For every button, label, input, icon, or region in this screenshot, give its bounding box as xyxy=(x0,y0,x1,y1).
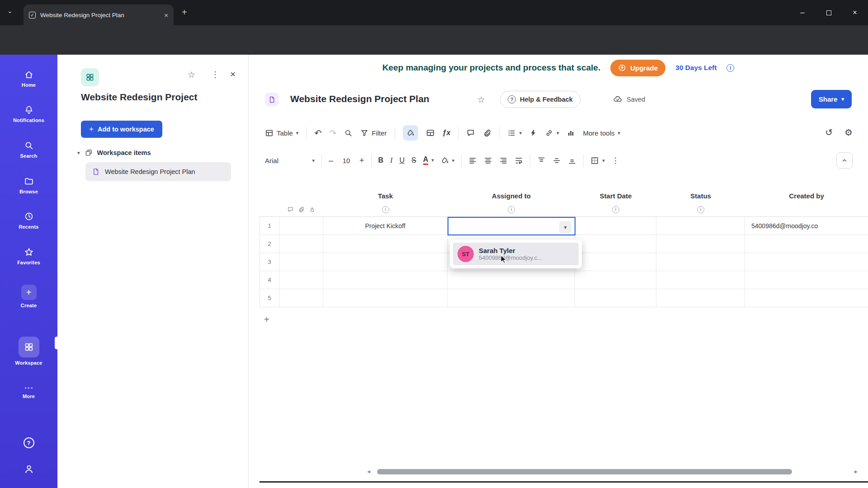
chart-icon[interactable] xyxy=(566,129,575,137)
sheet-favorite-star-icon[interactable]: ☆ xyxy=(477,94,485,105)
sidebar-item-create[interactable]: + Create xyxy=(0,285,57,308)
cell[interactable] xyxy=(745,253,868,271)
cell[interactable] xyxy=(656,235,745,253)
minimize-button[interactable]: – xyxy=(789,0,816,25)
scroll-right-icon[interactable]: ▸ xyxy=(854,468,858,475)
attachment-icon[interactable] xyxy=(298,206,305,213)
search-icon[interactable] xyxy=(344,129,353,137)
sidebar-item-search[interactable]: Search xyxy=(0,141,57,159)
column-info-icon[interactable]: i xyxy=(382,206,389,213)
column-header-start-date[interactable]: Start Date xyxy=(575,192,656,202)
column-header-created-by[interactable]: Created by xyxy=(745,192,868,202)
column-info-icon[interactable]: i xyxy=(612,206,619,213)
cell[interactable] xyxy=(323,253,448,271)
column-header-task[interactable]: Task xyxy=(323,192,448,202)
undo-icon[interactable]: ↶ xyxy=(314,128,321,138)
add-to-workspace-button[interactable]: + Add to workspace xyxy=(81,121,162,138)
font-family-select[interactable]: Arial ▾ xyxy=(265,157,315,164)
sidebar-item-recents[interactable]: Recents xyxy=(0,211,57,230)
history-icon[interactable]: ↺ xyxy=(825,127,833,138)
cell[interactable] xyxy=(448,271,575,289)
cell[interactable] xyxy=(575,289,656,307)
attachment-icon[interactable] xyxy=(483,129,491,137)
align-right-button[interactable] xyxy=(499,156,508,165)
cell-status[interactable] xyxy=(656,217,745,235)
row-number[interactable]: 3 xyxy=(259,253,279,271)
sheet-tree-item[interactable]: Website Redesign Project Plan xyxy=(85,162,231,181)
new-tab-button[interactable]: + xyxy=(182,7,187,18)
valign-top-button[interactable] xyxy=(537,156,546,165)
link-tools-dropdown[interactable]: ▾ xyxy=(545,129,559,137)
merge-cells-icon[interactable] xyxy=(426,128,435,137)
collapse-toolbar-button[interactable] xyxy=(836,152,853,169)
cell[interactable] xyxy=(323,271,448,289)
sidebar-item-notifications[interactable]: Notifications xyxy=(0,105,57,123)
panel-menu-icon[interactable]: ⋮ xyxy=(211,70,219,80)
comment-icon[interactable] xyxy=(466,128,475,137)
decrease-font-icon[interactable]: – xyxy=(329,156,333,165)
column-info-icon[interactable]: i xyxy=(508,206,515,213)
italic-button[interactable]: I xyxy=(390,156,392,164)
cell-dropdown-button[interactable]: ▾ xyxy=(559,221,571,233)
cell[interactable] xyxy=(279,253,323,271)
tab-close-icon[interactable]: × xyxy=(164,11,168,19)
cell[interactable] xyxy=(745,235,868,253)
list-tools-dropdown[interactable]: ▾ xyxy=(507,129,522,137)
add-row-button[interactable]: + xyxy=(264,314,269,325)
comment-icon[interactable] xyxy=(287,206,294,213)
more-tools-dropdown[interactable]: More tools ▾ xyxy=(583,129,620,137)
cell[interactable] xyxy=(323,289,448,307)
assignee-option[interactable]: ST Sarah Tyler 5400986d@moodjoy.c... xyxy=(453,243,579,265)
valign-middle-button[interactable] xyxy=(552,156,561,165)
cell[interactable] xyxy=(575,235,656,253)
maximize-button[interactable] xyxy=(816,0,842,25)
cell[interactable] xyxy=(656,271,745,289)
cell[interactable] xyxy=(656,289,745,307)
cell-start-date[interactable] xyxy=(575,217,656,235)
workspace-items-header[interactable]: ▾ Workspace items xyxy=(77,149,151,157)
cell[interactable] xyxy=(575,253,656,271)
row-number[interactable]: 4 xyxy=(259,271,279,289)
column-info-icon[interactable]: i xyxy=(697,206,704,213)
sidebar-item-favorites[interactable]: Favorites xyxy=(0,247,57,265)
automation-bolt-icon[interactable] xyxy=(529,129,537,137)
increase-font-icon[interactable]: + xyxy=(359,156,364,165)
bold-button[interactable]: B xyxy=(378,156,384,164)
sidebar-item-home[interactable]: Home xyxy=(0,70,57,88)
borders-dropdown[interactable]: ▾ xyxy=(590,156,605,165)
text-color-dropdown[interactable]: A ▾ xyxy=(423,156,434,165)
lock-icon[interactable] xyxy=(309,206,316,213)
cell[interactable] xyxy=(745,271,868,289)
cell[interactable] xyxy=(279,217,323,235)
redo-icon[interactable]: ↷ xyxy=(329,128,336,138)
align-left-button[interactable] xyxy=(468,156,477,165)
sidebar-item-workspace[interactable]: Workspace xyxy=(0,337,57,366)
sidebar-item-more[interactable]: ⋯ More xyxy=(0,385,57,399)
row-number[interactable]: 1 xyxy=(259,217,279,235)
horizontal-scrollbar-thumb[interactable] xyxy=(377,469,792,474)
filter-button[interactable]: Filter xyxy=(360,129,387,137)
cell-created-by[interactable]: 5400986d@moodjoy.co xyxy=(745,217,868,235)
panel-close-icon[interactable]: × xyxy=(230,69,236,80)
paint-format-button[interactable] xyxy=(403,125,418,141)
underline-button[interactable]: U xyxy=(399,156,405,164)
cell[interactable] xyxy=(323,235,448,253)
upgrade-button[interactable]: Upgrade xyxy=(610,60,665,76)
cell[interactable] xyxy=(448,289,575,307)
favorite-star-icon[interactable]: ☆ xyxy=(188,70,195,80)
help-feedback-button[interactable]: ? Help & Feedback xyxy=(500,91,580,108)
view-selector[interactable]: Table ▾ xyxy=(265,129,298,137)
browser-tab[interactable]: ✓ Website Redesign Project Plan × xyxy=(24,5,174,25)
gear-icon[interactable]: ⚙ xyxy=(844,127,853,138)
strikethrough-button[interactable]: S xyxy=(411,156,416,164)
align-center-button[interactable] xyxy=(484,156,492,165)
active-cell-assigned-to[interactable]: ▾ xyxy=(448,217,576,235)
close-window-button[interactable]: × xyxy=(842,0,868,25)
scroll-left-icon[interactable]: ◂ xyxy=(367,468,370,475)
cell[interactable] xyxy=(279,271,323,289)
help-button[interactable]: ? xyxy=(0,437,57,448)
sidebar-item-browse[interactable]: Browse xyxy=(0,176,57,194)
wrap-text-button[interactable] xyxy=(514,156,523,165)
formula-icon[interactable]: ƒx xyxy=(443,129,451,137)
tab-search-icon[interactable]: ⌄ xyxy=(7,7,13,14)
